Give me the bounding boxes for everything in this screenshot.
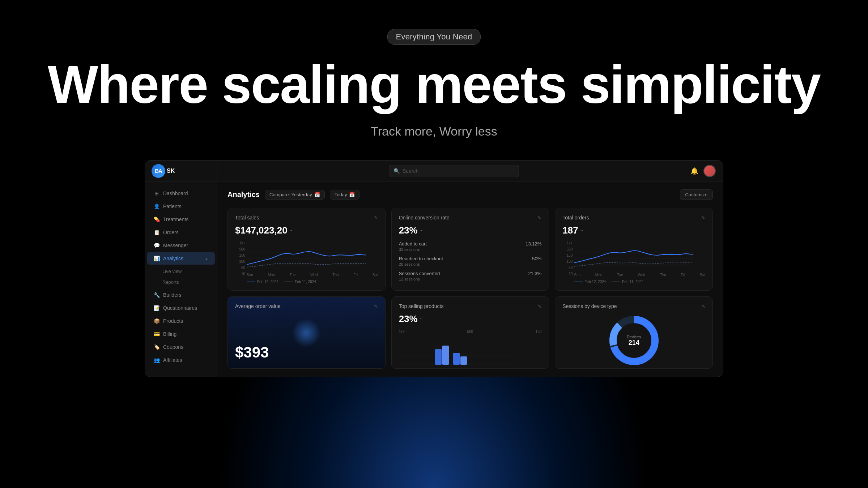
devices-count: 214 <box>629 339 639 347</box>
svg-rect-17 <box>442 346 449 365</box>
edit-icon[interactable]: ✎ <box>374 304 378 309</box>
legend-dot-dashed <box>612 282 620 282</box>
sidebar-item-products[interactable]: 📦 Products <box>147 315 215 327</box>
legend-item-2: Feb 11, 2024 <box>284 280 316 284</box>
main-content: Analytics Compare: Yesterday 📅 Today 📅 C… <box>217 181 723 377</box>
search-bar[interactable]: 🔍 Search <box>389 165 519 177</box>
conversion-pct: 50% <box>532 256 541 261</box>
sidebar-label: Products <box>163 318 208 324</box>
avatar[interactable] <box>703 165 716 177</box>
device-sessions-title: Sessions by device type <box>562 303 617 309</box>
sidebar-label: Billing <box>163 331 208 337</box>
builders-icon: 🔧 <box>154 292 159 298</box>
conversion-label: Added to cart <box>399 241 427 247</box>
x-axis-labels: SunMonTueWedThuFriSat <box>247 273 378 277</box>
billing-icon: 💳 <box>154 331 159 337</box>
conversion-row-cart: Added to cart 32 sessions 13.12% <box>399 241 542 252</box>
sidebar-item-questionnaires[interactable]: 📝 Questionnaires <box>147 302 215 314</box>
sidebar-label: Treatments <box>163 217 208 222</box>
page-header: Analytics Compare: Yesterday 📅 Today 📅 C… <box>227 189 713 200</box>
sales-line-chart <box>247 241 366 270</box>
notification-bell-icon[interactable]: 🔔 <box>690 167 698 175</box>
card-header: Average order value ✎ <box>235 303 378 309</box>
live-view-label: Live view <box>162 269 182 274</box>
legend-dot-solid <box>247 282 255 282</box>
treatments-icon: 💊 <box>154 217 159 222</box>
compare-filter-button[interactable]: Compare: Yesterday 📅 <box>265 190 325 200</box>
edit-icon[interactable]: ✎ <box>537 304 541 309</box>
sidebar-label: Messenger <box>163 243 208 248</box>
svg-rect-16 <box>435 349 442 365</box>
legend-date-2: Feb 11, 2024 <box>622 280 643 284</box>
hero-subtitle: Track more, Worry less <box>371 124 497 138</box>
topbar-center: 🔍 Search <box>217 165 690 177</box>
products-icon: 📦 <box>154 318 159 324</box>
sidebar-item-treatments[interactable]: 💊 Treatments <box>147 213 215 226</box>
orders-line-chart <box>574 241 693 270</box>
reports-label: Reports <box>162 279 179 285</box>
sidebar-item-messenger[interactable]: 💬 Messenger <box>147 239 215 252</box>
devices-label: Devices <box>627 335 641 339</box>
card-header: Top selling products ✎ <box>399 303 542 309</box>
hero-title: Where scaling meets simplicity <box>48 58 820 111</box>
top-selling-title: Top selling products <box>399 303 444 309</box>
conversion-sessions: 32 sessions <box>399 247 427 252</box>
card-header: Total orders ✎ <box>562 215 705 221</box>
sidebar-label: Affiliates <box>163 357 208 363</box>
sidebar-label: Builders <box>163 292 208 298</box>
sidebar: ⊞ Dashboard 👤 Patients 💊 Treatments 📋 Or… <box>145 181 217 377</box>
svg-rect-19 <box>460 356 467 365</box>
conversion-label: Sessions converted <box>399 271 440 276</box>
total-sales-card: Total sales ✎ $147,023,20 ~ 1k+500150100… <box>227 208 386 291</box>
chart-svg-wrapper <box>247 241 378 271</box>
analytics-submenu: Live view Reports <box>145 266 217 287</box>
sidebar-sub-live-view[interactable]: Live view <box>147 266 215 277</box>
edit-icon[interactable]: ✎ <box>537 215 541 221</box>
sidebar-label: Questionnaires <box>163 305 208 311</box>
conversion-rate-title: Online conversion rate <box>399 215 450 221</box>
legend-date-2: Feb 11, 2024 <box>295 280 316 284</box>
sidebar-item-builders[interactable]: 🔧 Builders <box>147 289 215 301</box>
edit-icon[interactable]: ✎ <box>374 215 378 221</box>
aov-glow-decoration <box>292 318 321 347</box>
dashboard-icon: ⊞ <box>154 191 159 196</box>
chart-svg-wrapper <box>574 241 705 271</box>
device-sessions-card: Sessions by device type ✎ <box>555 296 713 369</box>
sidebar-item-billing[interactable]: 💳 Billing <box>147 328 215 340</box>
bar-label-to: 100 <box>536 368 542 369</box>
sidebar-item-orders[interactable]: 📋 Orders <box>147 226 215 239</box>
logo-icon: BA <box>152 164 165 178</box>
coupons-icon: 🏷️ <box>154 344 159 350</box>
sidebar-item-coupons[interactable]: 🏷️ Coupons <box>147 341 215 353</box>
customize-button[interactable]: Customize <box>680 189 713 200</box>
chart-legend: Feb 12, 2024 Feb 11, 2024 <box>574 280 705 284</box>
edit-icon[interactable]: ✎ <box>701 215 705 221</box>
sidebar-item-analytics[interactable]: 📊 Analytics ▲ <box>147 252 215 265</box>
sidebar-item-patients[interactable]: 👤 Patients <box>147 200 215 213</box>
conversion-sessions: 12 sessions <box>399 277 440 281</box>
sidebar-item-dashboard[interactable]: ⊞ Dashboard <box>147 187 215 200</box>
messenger-icon: 💬 <box>154 243 159 248</box>
conversion-rows: Added to cart 32 sessions 13.12% Reached… <box>399 241 542 281</box>
legend-item-1: Feb 12, 2024 <box>247 280 278 284</box>
sidebar-sub-reports[interactable]: Reports <box>147 277 215 287</box>
sidebar-item-affiliates[interactable]: 👥 Affiliates <box>147 354 215 366</box>
logo-text: SK <box>167 168 175 174</box>
bar-label-from: 0 <box>399 368 401 369</box>
period-filter-button[interactable]: Today 📅 <box>330 190 360 200</box>
trend-indicator: ~ <box>420 316 423 322</box>
chart-legend: Feb 12, 2024 Feb 11, 2024 <box>247 280 378 284</box>
analytics-icon: 📊 <box>154 256 159 261</box>
page-title: Analytics <box>227 191 260 199</box>
dashboard-container: BA SK 🔍 Search 🔔 ⊞ Dashboard <box>145 160 723 377</box>
patients-icon: 👤 <box>154 204 159 209</box>
card-header: Online conversion rate ✎ <box>399 215 542 221</box>
legend-dot-dashed <box>284 282 293 282</box>
orders-icon: 📋 <box>154 230 159 235</box>
legend-item-1: Feb 12, 2024 <box>574 280 606 284</box>
sidebar-label: Coupons <box>163 344 208 350</box>
product-bar-area: 1k+500150 <box>399 330 542 369</box>
card-header: Total sales ✎ <box>235 215 378 221</box>
y-axis-labels: 1k+5001501005010 <box>235 241 245 276</box>
edit-icon[interactable]: ✎ <box>701 304 705 309</box>
